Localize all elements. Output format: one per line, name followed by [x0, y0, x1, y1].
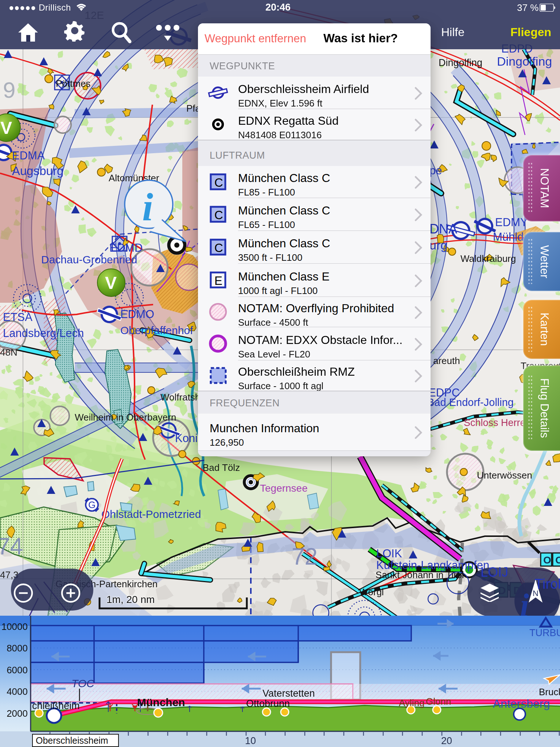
- svg-text:74: 74: [0, 533, 23, 560]
- svg-text:Wörgl: Wörgl: [359, 587, 384, 597]
- svg-text:G: G: [88, 499, 96, 510]
- svg-text:C: C: [214, 241, 223, 255]
- svg-text:Ayling: Ayling: [399, 697, 424, 708]
- svg-text:LOIK: LOIK: [376, 547, 402, 560]
- svg-text:Antersberg: Antersberg: [493, 697, 550, 710]
- svg-text:V: V: [0, 118, 12, 138]
- svg-text:9: 9: [3, 77, 15, 102]
- svg-text:areuth: areuth: [433, 355, 460, 366]
- svg-text:TURBU: TURBU: [529, 627, 560, 638]
- svg-text:EDMO: EDMO: [120, 308, 154, 321]
- svg-text:Sankt Johann in Tirol: Sankt Johann in Tirol: [376, 569, 464, 580]
- svg-text:EDMD: EDMD: [109, 241, 143, 254]
- svg-text:Dingolfing: Dingolfing: [497, 54, 552, 68]
- svg-text:Bruck: Bruck: [539, 686, 560, 697]
- svg-text:C: C: [214, 176, 223, 189]
- svg-text:Waldkraiburg: Waldkraiburg: [460, 253, 516, 264]
- svg-text:Augsburg: Augsburg: [12, 164, 63, 178]
- svg-text:Koni: Koni: [175, 432, 198, 445]
- svg-text:München: München: [137, 696, 185, 708]
- svg-text:E: E: [214, 274, 222, 287]
- svg-text:urg: urg: [429, 238, 447, 252]
- svg-text:i: i: [142, 185, 153, 229]
- svg-text:O: O: [555, 554, 560, 566]
- svg-text:Weilheim in Oberbayern: Weilheim in Oberbayern: [75, 412, 176, 423]
- svg-text:Unterwössen: Unterwössen: [477, 470, 532, 481]
- svg-text:Vaterstetten: Vaterstetten: [262, 688, 315, 699]
- svg-text:Landsberg/Lech: Landsberg/Lech: [3, 327, 84, 340]
- svg-text:Schloss Herren: Schloss Herren: [464, 417, 531, 428]
- svg-text:O: O: [543, 554, 551, 566]
- svg-text:Dachau-Grobenried: Dachau-Grobenried: [41, 253, 137, 266]
- svg-text:chleißheim: chleißheim: [32, 700, 80, 711]
- svg-text:Pöttmes: Pöttmes: [56, 78, 90, 89]
- svg-text:Ohlstadt-Pometzried: Ohlstadt-Pometzried: [101, 508, 201, 520]
- svg-text:Bad Tölz: Bad Tölz: [203, 462, 240, 473]
- svg-text:Glonn: Glonn: [426, 696, 451, 707]
- svg-text:EDMA: EDMA: [12, 149, 45, 162]
- svg-text:Tegernsee: Tegernsee: [260, 483, 308, 494]
- svg-text:Dingolfing: Dingolfing: [439, 57, 482, 68]
- svg-text:EDMY: EDMY: [495, 216, 528, 229]
- svg-text:48N: 48N: [0, 347, 18, 358]
- svg-text:V: V: [105, 273, 117, 293]
- svg-text:C: C: [214, 208, 223, 222]
- svg-text:Bad Endorf-Jolling: Bad Endorf-Jolling: [427, 396, 514, 408]
- svg-text:DNA: DNA: [429, 221, 457, 236]
- svg-text:pe: pe: [429, 164, 442, 177]
- svg-text:Oberpfaffenhof: Oberpfaffenhof: [120, 324, 193, 336]
- svg-text:72: 72: [292, 543, 318, 570]
- svg-text:TOC: TOC: [71, 677, 94, 689]
- svg-text:Ottobrunn: Ottobrunn: [246, 698, 290, 709]
- svg-text:ETSA: ETSA: [3, 311, 32, 324]
